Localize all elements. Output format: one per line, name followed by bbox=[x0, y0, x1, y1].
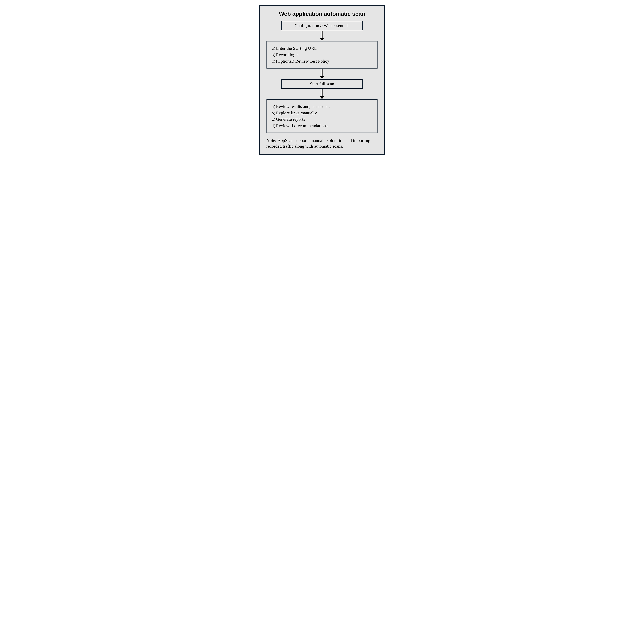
list-item: Enter the Starting URL bbox=[276, 45, 373, 51]
list-item: Explore links manually bbox=[276, 110, 373, 116]
list-item: Record login bbox=[276, 52, 373, 58]
arrow-down-icon bbox=[320, 31, 324, 41]
step-start-scan: Start full scan bbox=[281, 79, 363, 89]
diagram-title: Web application automatic scan bbox=[265, 11, 379, 17]
step-setup-list: Enter the Starting URL Record login (Opt… bbox=[266, 41, 378, 69]
note-label: Note: bbox=[266, 138, 277, 143]
step-results-list: Review results and, as needed: Explore l… bbox=[266, 99, 378, 133]
arrow-down-icon bbox=[320, 69, 324, 79]
diagram-frame: Web application automatic scan Configura… bbox=[259, 5, 385, 155]
footer-note: Note: AppScan supports manual exploratio… bbox=[265, 138, 379, 149]
list-item: Review results and, as needed: bbox=[276, 104, 373, 109]
list-item: Generate reports bbox=[276, 116, 373, 122]
flow-container: Configuration > Web essentials Enter the… bbox=[265, 21, 379, 133]
step-configuration: Configuration > Web essentials bbox=[281, 21, 363, 30]
note-text: AppScan supports manual exploration and … bbox=[266, 138, 370, 149]
list-item: (Optional) Review Test Policy bbox=[276, 58, 373, 64]
list-item: Review fix recommendations bbox=[276, 123, 373, 129]
arrow-down-icon bbox=[320, 89, 324, 99]
